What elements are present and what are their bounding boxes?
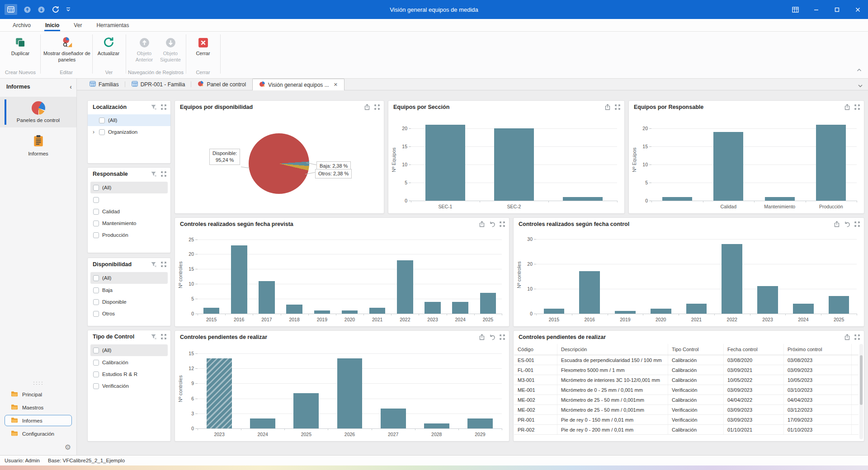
bar[interactable] <box>286 305 302 314</box>
export-icon[interactable] <box>364 104 370 110</box>
maximize-icon[interactable] <box>161 334 166 339</box>
ribbon-tab-ver[interactable]: Ver <box>67 20 88 31</box>
column-header[interactable]: Descripción <box>557 344 668 355</box>
checkbox[interactable] <box>93 209 99 215</box>
filter-item[interactable]: (All) <box>88 114 170 126</box>
cerrar-button[interactable]: Cerrar <box>190 34 216 66</box>
tab-list-chevron-icon[interactable] <box>858 81 863 89</box>
bar[interactable] <box>231 245 247 314</box>
bar[interactable] <box>686 304 707 314</box>
filter-item[interactable]: Verificación <box>88 380 170 392</box>
checkbox[interactable] <box>93 383 99 389</box>
table-scrollbar[interactable] <box>859 344 863 439</box>
filter-item[interactable]: (All) <box>90 272 168 284</box>
bar[interactable] <box>765 197 795 201</box>
filter-item[interactable]: Otros <box>88 308 170 320</box>
bar[interactable] <box>793 304 814 314</box>
bar[interactable] <box>452 302 468 314</box>
column-header[interactable]: Código <box>514 344 557 355</box>
bar[interactable] <box>259 281 274 314</box>
table-row[interactable]: PR-002Pie de rey 0 - 200 mm / 0,01 mmCal… <box>514 425 859 435</box>
table-row[interactable]: PR-001Pie de rey 0 - 150 mm / 0,01 mmVer… <box>514 415 859 425</box>
folder-principal[interactable]: Principal <box>0 389 76 400</box>
table-row[interactable]: ME-001Micrómetro de 0 - 25 mm / 0,001 mm… <box>514 385 859 395</box>
settings-gear-icon[interactable]: ⚙ <box>65 443 71 451</box>
table-row[interactable]: ME-002Micrómetro de 25 - 50 mm / 0,001mm… <box>514 405 859 415</box>
clear-filter-icon[interactable] <box>151 104 157 110</box>
bar[interactable] <box>425 125 465 201</box>
bar[interactable] <box>480 293 496 314</box>
checkbox[interactable] <box>93 287 99 293</box>
bar[interactable] <box>369 308 385 314</box>
bar[interactable] <box>467 418 493 428</box>
filter-item[interactable]: Disponible <box>88 296 170 308</box>
bar[interactable] <box>713 132 743 201</box>
clear-filter-icon[interactable] <box>151 334 157 340</box>
checkbox[interactable] <box>93 221 99 226</box>
bar[interactable] <box>563 197 603 201</box>
bar[interactable] <box>397 260 413 314</box>
bar[interactable] <box>651 309 671 314</box>
scrollbar-thumb[interactable] <box>860 355 863 405</box>
collapse-ribbon-icon[interactable] <box>857 66 862 74</box>
column-header[interactable]: Fecha control <box>724 344 784 355</box>
folder-maestros[interactable]: Maestros <box>0 402 76 413</box>
maximize-icon[interactable] <box>615 104 620 110</box>
duplicar-button[interactable]: Duplicar <box>6 34 34 66</box>
maximize-icon[interactable] <box>854 334 860 340</box>
checkbox[interactable] <box>93 360 99 366</box>
ribbon-tab-herramientas[interactable]: Herramientas <box>90 20 135 31</box>
doc-tab-familias[interactable]: Familias <box>83 79 125 90</box>
filter-item[interactable]: (All) <box>90 344 168 356</box>
bar[interactable] <box>757 286 778 314</box>
table-row[interactable]: M3-001Micrómetro de interiores 3C 10-12/… <box>514 375 859 385</box>
maximize-icon[interactable] <box>161 171 166 177</box>
maximize-icon[interactable] <box>161 104 166 110</box>
filter-item[interactable]: (All) <box>90 182 168 193</box>
export-icon[interactable] <box>844 334 850 340</box>
export-icon[interactable] <box>479 221 485 227</box>
bar[interactable] <box>337 358 363 428</box>
checkbox[interactable] <box>93 197 99 203</box>
sidebar-item-paneles-de-control[interactable]: Paneles de control <box>0 97 76 127</box>
bar[interactable] <box>203 308 219 314</box>
collapse-sidebar-icon[interactable]: ‹ <box>70 83 72 90</box>
maximize-icon[interactable] <box>854 104 860 110</box>
pie-chart[interactable] <box>249 133 309 194</box>
doc-tab-panel-de-control[interactable]: Panel de control <box>191 79 252 90</box>
maximize-icon[interactable] <box>374 104 380 110</box>
filter-item[interactable]: Producción <box>88 229 170 241</box>
ribbon-tab-inicio[interactable]: Inicio <box>39 20 66 31</box>
table-row[interactable]: FL-001Flexometro 5000 mm / 1 mmCalibraci… <box>514 365 859 375</box>
column-header[interactable]: Próximo control <box>784 344 852 355</box>
clear-filter-icon[interactable] <box>151 171 157 177</box>
bar[interactable] <box>579 271 600 314</box>
bar[interactable] <box>342 310 358 314</box>
filter-item[interactable] <box>88 194 170 206</box>
filter-item[interactable]: Calidad <box>88 206 170 217</box>
bar[interactable] <box>662 197 692 201</box>
checkbox[interactable] <box>93 348 99 353</box>
filter-item[interactable]: ›Organization <box>88 126 170 138</box>
bar[interactable] <box>829 296 849 314</box>
folder-informes[interactable]: Informes <box>5 415 72 426</box>
bar[interactable] <box>381 409 406 428</box>
bar[interactable] <box>615 311 636 314</box>
bar[interactable] <box>314 310 330 314</box>
table-row[interactable]: ME-002Micrómetro de 25 - 50 mm / 0,001mm… <box>514 395 859 405</box>
bar[interactable] <box>494 128 534 201</box>
sidebar-item-informes[interactable]: Informes <box>0 130 76 161</box>
bar[interactable] <box>544 309 565 314</box>
maximize-icon[interactable] <box>500 221 505 227</box>
export-icon[interactable] <box>604 104 611 110</box>
clear-filter-icon[interactable] <box>151 261 157 268</box>
undo-icon[interactable] <box>489 334 495 340</box>
bar[interactable] <box>425 302 440 314</box>
doc-tab-dpr-001-familia[interactable]: DPR-001 - Familia <box>125 79 192 90</box>
splitter-grip[interactable] <box>33 381 44 385</box>
actualizar-button[interactable]: Actualizar <box>94 34 123 66</box>
checkbox[interactable] <box>93 185 99 191</box>
export-icon[interactable] <box>479 334 485 340</box>
maximize-icon[interactable] <box>500 334 505 340</box>
filter-item[interactable]: Baja <box>88 284 170 296</box>
